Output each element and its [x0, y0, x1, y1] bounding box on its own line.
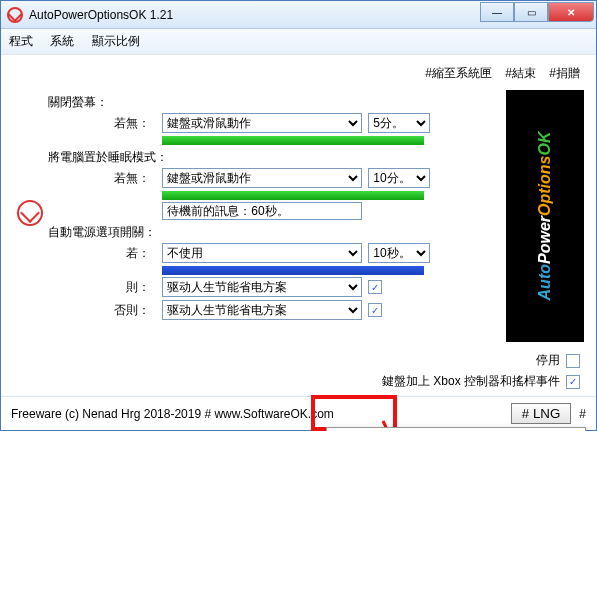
progress-bar-1 — [162, 136, 424, 145]
app-logo-icon — [17, 200, 43, 226]
label-if-no-1: 若無： — [48, 115, 156, 132]
label-if: 若： — [48, 245, 156, 262]
group-sleep-label: 將電腦置於睡眠模式： — [48, 149, 495, 166]
link-shrink-tray[interactable]: #縮至系統匣 — [425, 66, 492, 80]
checkbox-else[interactable]: ✓ — [368, 303, 382, 317]
select-else-plan[interactable]: 驱动人生节能省电方案 — [162, 300, 362, 320]
freeware-text: Freeware (c) Nenad Hrg 2018-2019 # www.S… — [11, 407, 503, 421]
label-else: 否則： — [48, 302, 156, 319]
select-time-3[interactable]: 10秒。 — [368, 243, 430, 263]
checkbox-xbox[interactable]: ✓ — [566, 375, 580, 389]
app-icon — [7, 7, 23, 23]
language-button[interactable]: # LNG — [511, 403, 572, 424]
menu-ratio[interactable]: 顯示比例 — [92, 34, 140, 48]
wait-message: 待機前的訊息：60秒。 — [162, 202, 362, 220]
lang-item-german[interactable]: 0) GermanDeutsch /98% — [327, 428, 585, 431]
group-turnoff-screen-label: 關閉螢幕： — [48, 94, 495, 111]
select-time-2[interactable]: 10分。 — [368, 168, 430, 188]
group-auto-switch-label: 自動電源選項開關： — [48, 224, 495, 241]
label-then: 則： — [48, 279, 156, 296]
window-title: AutoPowerOptionsOK 1.21 — [29, 8, 480, 22]
label-disable: 停用 — [536, 352, 560, 369]
language-menu: 0) GermanDeutsch /98% 1) EnglishEnglisch… — [326, 427, 586, 431]
close-button[interactable]: ✕ — [548, 2, 594, 22]
select-action-1[interactable]: 鍵盤或滑鼠動作 — [162, 113, 362, 133]
select-time-1[interactable]: 5分。 — [368, 113, 430, 133]
top-links: #縮至系統匣 #結束 #捐贈 — [1, 55, 596, 88]
progress-bar-2 — [162, 191, 424, 200]
checkbox-then[interactable]: ✓ — [368, 280, 382, 294]
titlebar[interactable]: AutoPowerOptionsOK 1.21 — ▭ ✕ — [1, 1, 596, 29]
label-if-no-2: 若無： — [48, 170, 156, 187]
menu-system[interactable]: 系統 — [50, 34, 74, 48]
link-end[interactable]: #結束 — [505, 66, 536, 80]
label-xbox: 鍵盤加上 Xbox 控制器和搖桿事件 — [382, 373, 560, 390]
select-action-2[interactable]: 鍵盤或滑鼠動作 — [162, 168, 362, 188]
app-window: AutoPowerOptionsOK 1.21 — ▭ ✕ 程式 系統 顯示比例… — [0, 0, 597, 431]
menu-program[interactable]: 程式 — [9, 34, 33, 48]
select-then-plan[interactable]: 驱动人生节能省电方案 — [162, 277, 362, 297]
menubar: 程式 系統 顯示比例 — [1, 29, 596, 55]
select-condition[interactable]: 不使用 — [162, 243, 362, 263]
maximize-button[interactable]: ▭ — [514, 2, 548, 22]
progress-bar-3 — [162, 266, 424, 275]
checkbox-disable[interactable] — [566, 354, 580, 368]
brand-logo: AutoPowerOptionsOK — [506, 90, 584, 342]
minimize-button[interactable]: — — [480, 2, 514, 22]
link-donate[interactable]: #捐贈 — [549, 66, 580, 80]
status-bar: Freeware (c) Nenad Hrg 2018-2019 # www.S… — [1, 396, 596, 430]
hash-link[interactable]: # — [579, 407, 586, 421]
